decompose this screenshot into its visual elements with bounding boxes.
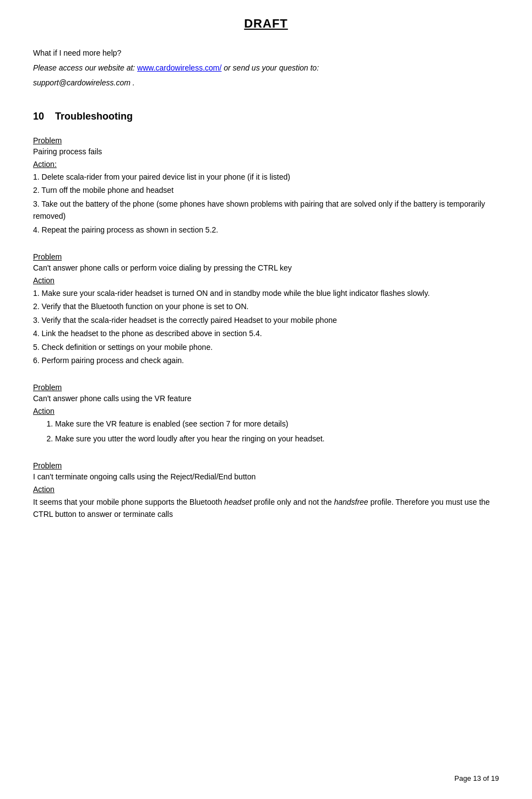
problem-block-1: Problem Pairing process fails Action: 1.… [33,136,499,236]
problem-text-3: Can't answer phone calls using the VR fe… [33,393,499,404]
action-item-2-6: 6. Perform pairing process and check aga… [33,354,499,366]
action-italic-handsfree: handsfree [334,498,368,506]
problem-label-2: Problem [33,252,499,261]
action-content-3: Make sure the VR feature is enabled (see… [33,418,499,445]
problem-block-4: Problem I can't terminate ongoing calls … [33,461,499,521]
action-label-4: Action [33,485,499,494]
troubleshooting-section: 10Troubleshooting Problem Pairing proces… [33,111,499,521]
action-item-3-1: Make sure the VR feature is enabled (see… [55,418,499,430]
action-item-2-3: 3. Verify that the scala-rider headset i… [33,314,499,326]
section-title: Troubleshooting [55,111,133,122]
action-item-2-5: 5. Check definition or settings on your … [33,341,499,353]
intro-link-line: Please access our website at: www.cardow… [33,62,499,74]
section-heading: 10Troubleshooting [33,111,499,122]
action-content-1: 1. Delete scala-rider from your paired d… [33,171,499,236]
action-content-4: It seems that your mobile phone supports… [33,496,499,521]
action-item-1-1: 1. Delete scala-rider from your paired d… [33,171,499,183]
action-item-1-4: 4. Repeat the pairing process as shown i… [33,224,499,236]
problem-text-4: I can't terminate ongoing calls using th… [33,471,499,483]
problem-label-3: Problem [33,383,499,392]
action-label-3: Action [33,407,499,415]
action-content-2: 1. Make sure your scala-rider headset is… [33,287,499,366]
action-item-2-2: 2. Verify that the Bluetooth function on… [33,300,499,312]
intro-link[interactable]: www.cardowireless.com/ [137,63,221,72]
action-item-1-3: 3. Take out the battery of the phone (so… [33,198,499,223]
page-footer: Page 13 of 19 [454,774,499,782]
problem-text-1: Pairing process fails [33,146,499,158]
action-item-1-2: 2. Turn off the mobile phone and headset [33,184,499,196]
intro-question: What if I need more help? [33,47,499,59]
action-label-2: Action [33,276,499,285]
section-number: 10 [33,111,44,122]
problem-label-1: Problem [33,136,499,145]
action-item-2-1: 1. Make sure your scala-rider headset is… [33,287,499,299]
intro-italic-suffix: or send us your question to: [221,63,319,72]
problem-block-2: Problem Can't answer phone calls or perf… [33,252,499,366]
problem-block-3: Problem Can't answer phone calls using t… [33,383,499,445]
action-label-1: Action: [33,160,499,169]
problem-text-2: Can't answer phone calls or perform voic… [33,262,499,274]
page-draft-title: DRAFT [33,17,499,31]
action-text-4: It seems that your mobile phone supports… [33,496,499,521]
action-item-3-2: Make sure you utter the word loudly afte… [55,433,499,445]
intro-email: support@cardowireless.com . [33,77,499,89]
problem-label-4: Problem [33,461,499,470]
action-item-2-4: 4. Link the headset to the phone as desc… [33,327,499,339]
action-italic-headset: headset [224,498,252,506]
intro-italic-prefix: Please access our website at: [33,63,137,72]
intro-section: What if I need more help? Please access … [33,47,499,89]
action-list-3: Make sure the VR feature is enabled (see… [55,418,499,445]
